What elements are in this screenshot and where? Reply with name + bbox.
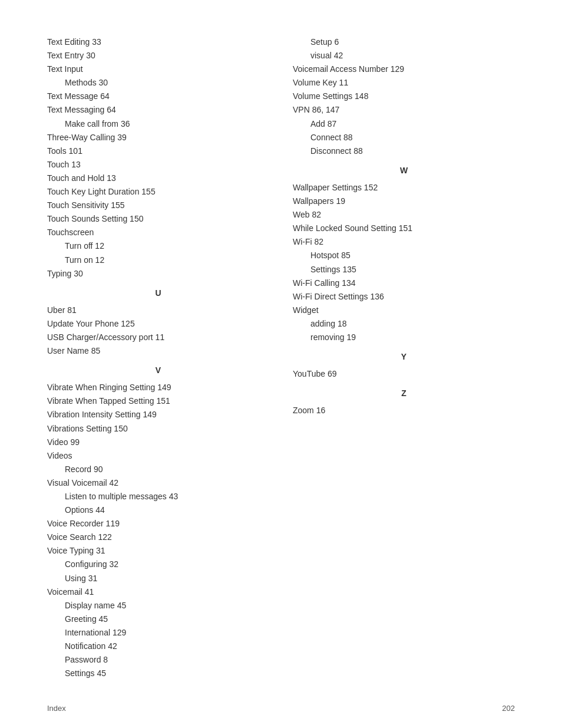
index-entry: Using 31 <box>47 572 269 585</box>
index-entry: Touch Sensitivity 155 <box>47 199 269 212</box>
index-entry: Configuring 32 <box>47 558 269 571</box>
index-entry: Notification 42 <box>47 640 269 653</box>
section-header: W <box>293 164 515 177</box>
index-entry: Web 82 <box>293 208 515 222</box>
index-entry: Vibrate When Ringing Setting 149 <box>47 381 269 394</box>
index-entry: Connect 88 <box>293 131 515 144</box>
index-entry: Disconnect 88 <box>293 144 515 158</box>
index-entry: Videos <box>47 449 269 463</box>
index-entry: Password 8 <box>47 653 269 667</box>
index-entry: adding 18 <box>293 317 515 331</box>
section-header: V <box>47 364 269 377</box>
index-entry: Volume Key 11 <box>293 76 515 90</box>
index-entry: International 129 <box>47 626 269 640</box>
section-header: Y <box>293 350 515 364</box>
footer-left: Index <box>47 704 66 713</box>
index-entry: Touch and Hold 13 <box>47 172 269 185</box>
index-entry: Touch 13 <box>47 158 269 172</box>
footer: Index 202 <box>47 698 515 713</box>
index-entry: YouTube 69 <box>293 367 515 381</box>
left-column: Text Editing 33Text Entry 30Text InputMe… <box>47 35 269 680</box>
index-entry: Methods 30 <box>47 76 269 90</box>
index-entry: Settings 45 <box>47 667 269 680</box>
index-entry: Listen to multiple messages 43 <box>47 490 269 503</box>
index-entry: Touch Key Light Duration 155 <box>47 185 269 199</box>
index-entry: Volume Settings 148 <box>293 90 515 103</box>
index-entry: Tools 101 <box>47 144 269 158</box>
index-entry: Record 90 <box>47 463 269 476</box>
index-entry: Vibrate When Tapped Setting 151 <box>47 394 269 408</box>
index-entry: Settings 135 <box>293 263 515 276</box>
index-entry: Display name 45 <box>47 599 269 612</box>
index-entry: Vibration Intensity Setting 149 <box>47 408 269 421</box>
index-entry: User Name 85 <box>47 344 269 358</box>
index-entry: Turn off 12 <box>47 239 269 253</box>
index-entry: Voicemail Access Number 129 <box>293 62 515 76</box>
index-entry: Setup 6 <box>293 35 515 49</box>
index-entry: Wi-Fi 82 <box>293 235 515 249</box>
index-entry: visual 42 <box>293 49 515 62</box>
index-entry: Turn on 12 <box>47 253 269 267</box>
index-entry: Three-Way Calling 39 <box>47 131 269 144</box>
page: Text Editing 33Text Entry 30Text InputMe… <box>0 0 562 728</box>
index-entry: Voice Search 122 <box>47 531 269 544</box>
footer-right: 202 <box>502 704 515 713</box>
index-entry: Typing 30 <box>47 267 269 281</box>
index-entry: Zoom 16 <box>293 404 515 417</box>
index-entry: Wi-Fi Direct Settings 136 <box>293 290 515 304</box>
index-entry: Wallpapers 19 <box>293 195 515 208</box>
index-entry: Voice Typing 31 <box>47 544 269 558</box>
index-entry: Update Your Phone 125 <box>47 317 269 331</box>
index-entry: Touch Sounds Setting 150 <box>47 212 269 226</box>
index-entry: Text Entry 30 <box>47 49 269 62</box>
section-header: U <box>47 286 269 300</box>
index-entry: Text Messaging 64 <box>47 103 269 117</box>
right-column: Setup 6visual 42Voicemail Access Number … <box>293 35 515 680</box>
index-entry: Wi-Fi Calling 134 <box>293 276 515 290</box>
index-entry: USB Charger/Accessory port 11 <box>47 331 269 344</box>
index-entry: VPN 86, 147 <box>293 103 515 117</box>
index-entry: Voice Recorder 119 <box>47 517 269 531</box>
index-entry: Text Input <box>47 62 269 76</box>
index-entry: Vibrations Setting 150 <box>47 422 269 436</box>
index-entry: Wallpaper Settings 152 <box>293 181 515 195</box>
index-entry: While Locked Sound Setting 151 <box>293 222 515 235</box>
index-entry: Uber 81 <box>47 304 269 317</box>
index-entry: removing 19 <box>293 331 515 344</box>
index-entry: Video 99 <box>47 436 269 449</box>
columns: Text Editing 33Text Entry 30Text InputMe… <box>47 35 515 680</box>
index-entry: Make call from 36 <box>47 117 269 131</box>
section-header: Z <box>293 387 515 400</box>
index-entry: Greeting 45 <box>47 612 269 626</box>
index-entry: Visual Voicemail 42 <box>47 476 269 490</box>
index-entry: Options 44 <box>47 503 269 517</box>
index-entry: Hotspot 85 <box>293 249 515 262</box>
index-entry: Text Message 64 <box>47 90 269 103</box>
index-entry: Text Editing 33 <box>47 35 269 49</box>
index-entry: Add 87 <box>293 117 515 131</box>
index-entry: Widget <box>293 304 515 317</box>
index-entry: Voicemail 41 <box>47 585 269 599</box>
index-entry: Touchscreen <box>47 226 269 239</box>
